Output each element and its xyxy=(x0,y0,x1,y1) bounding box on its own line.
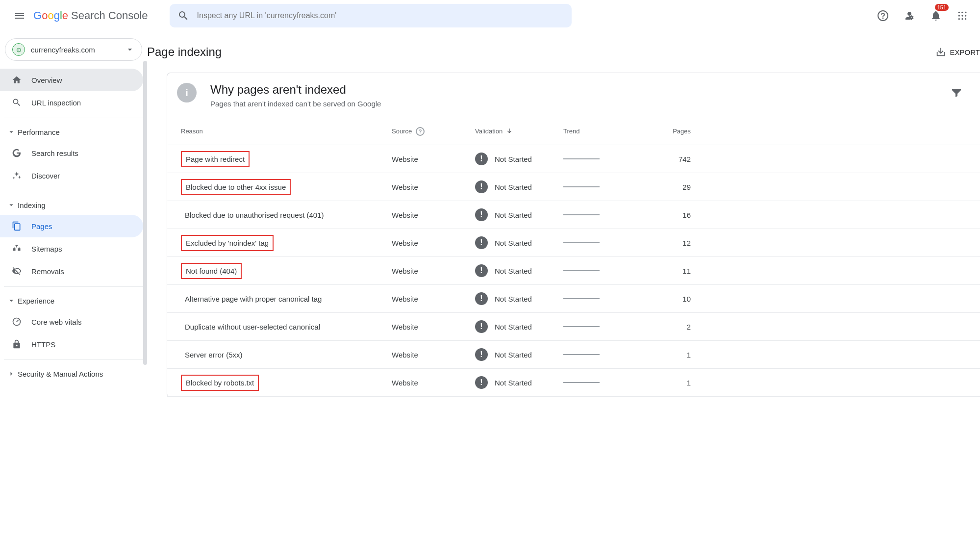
table-row[interactable]: Not found (404)Website!Not Started11 xyxy=(167,257,980,285)
reason-cell: Server error (5xx) xyxy=(181,348,392,362)
exclamation-icon: ! xyxy=(475,376,488,389)
reason-text: Blocked due to other 4xx issue xyxy=(181,179,291,195)
nav-group-label: Performance xyxy=(18,128,60,136)
url-inspect-bar[interactable] xyxy=(170,4,572,27)
col-validation-label: Validation xyxy=(475,128,503,135)
nav-group-indexing[interactable]: Indexing xyxy=(0,195,147,215)
pages-icon xyxy=(11,221,23,231)
filter-button[interactable] xyxy=(947,83,966,102)
nav-discover[interactable]: Discover xyxy=(0,164,143,187)
menu-icon xyxy=(14,10,25,22)
table-row[interactable]: Duplicate without user-selected canonica… xyxy=(167,313,980,341)
arrow-down-icon xyxy=(505,128,513,135)
trend-sparkline xyxy=(563,326,600,327)
col-pages[interactable]: Pages xyxy=(642,128,691,135)
app-header: Google Search Console 151 xyxy=(0,0,980,31)
source-cell: Website xyxy=(392,239,475,247)
pages-cell: 12 xyxy=(642,239,691,247)
help-icon[interactable]: ? xyxy=(416,127,425,136)
table-row[interactable]: Blocked due to unauthorised request (401… xyxy=(167,201,980,229)
validation-text: Not Started xyxy=(495,379,532,387)
card-header: i Why pages aren't indexed Pages that ar… xyxy=(167,73,980,118)
sidebar-scrollbar[interactable] xyxy=(143,61,147,365)
source-cell: Website xyxy=(392,323,475,331)
nav-url-inspection[interactable]: URL inspection xyxy=(0,91,143,114)
validation-text: Not Started xyxy=(495,323,532,331)
table-row[interactable]: Alternative page with proper canonical t… xyxy=(167,285,980,313)
nav-group-security[interactable]: Security & Manual Actions xyxy=(0,364,147,384)
trend-sparkline xyxy=(563,270,600,271)
info-icon: i xyxy=(177,83,197,102)
property-selector[interactable]: ⊙ currencyfreaks.com xyxy=(5,38,142,61)
reason-text: Blocked due to unauthorised request (401… xyxy=(181,208,328,222)
validation-text: Not Started xyxy=(495,351,532,359)
validation-text: Not Started xyxy=(495,155,532,163)
product-logo[interactable]: Google Search Console xyxy=(33,9,148,22)
page-header-row: Page indexing EXPORT xyxy=(147,45,980,73)
table-row[interactable]: Blocked by robots.txtWebsite!Not Started… xyxy=(167,369,980,397)
source-cell: Website xyxy=(392,267,475,275)
nav-core-web-vitals[interactable]: Core web vitals xyxy=(0,310,143,333)
help-button[interactable] xyxy=(873,6,893,26)
not-indexed-card: i Why pages aren't indexed Pages that ar… xyxy=(167,73,980,397)
exclamation-icon: ! xyxy=(475,180,488,193)
exclamation-icon: ! xyxy=(475,153,488,165)
notifications-button[interactable]: 151 xyxy=(926,6,946,26)
table-row[interactable]: Blocked due to other 4xx issueWebsite!No… xyxy=(167,173,980,201)
trend-sparkline xyxy=(563,382,600,383)
col-trend[interactable]: Trend xyxy=(563,128,642,135)
nav-overview[interactable]: Overview xyxy=(0,69,143,91)
validation-text: Not Started xyxy=(495,239,532,247)
property-favicon: ⊙ xyxy=(12,43,25,56)
speedometer-icon xyxy=(11,317,23,327)
source-cell: Website xyxy=(392,295,475,303)
nav-label: Core web vitals xyxy=(31,318,82,326)
validation-cell: !Not Started xyxy=(475,236,563,249)
card-subtitle: Pages that aren't indexed can't be serve… xyxy=(210,100,381,108)
url-inspect-input[interactable] xyxy=(196,11,564,21)
validation-cell: !Not Started xyxy=(475,264,563,277)
product-name: Search Console xyxy=(71,9,148,22)
col-validation[interactable]: Validation xyxy=(475,128,563,135)
apps-button[interactable] xyxy=(953,6,972,26)
sidebar: ⊙ currencyfreaks.com Overview URL inspec… xyxy=(0,31,147,397)
nav-search-results[interactable]: Search results xyxy=(0,142,143,164)
svg-point-6 xyxy=(961,15,963,16)
download-icon xyxy=(935,47,946,57)
trend-cell xyxy=(563,242,642,243)
nav-label: Discover xyxy=(31,172,60,180)
svg-point-8 xyxy=(958,18,960,20)
svg-point-4 xyxy=(965,12,966,13)
table-row[interactable]: Page with redirectWebsite!Not Started742 xyxy=(167,145,980,173)
users-settings-button[interactable] xyxy=(900,6,919,26)
trend-cell xyxy=(563,354,642,355)
table-row[interactable]: Excluded by 'noindex' tagWebsite!Not Sta… xyxy=(167,229,980,257)
nav-removals[interactable]: Removals xyxy=(0,260,143,282)
divider xyxy=(4,286,143,287)
chevron-down-icon xyxy=(125,45,135,54)
hamburger-menu[interactable] xyxy=(8,4,31,27)
sitemap-icon xyxy=(11,244,23,254)
nav-group-performance[interactable]: Performance xyxy=(0,122,147,142)
trend-cell xyxy=(563,158,642,159)
svg-point-7 xyxy=(965,15,966,16)
nav-group-label: Experience xyxy=(18,297,54,305)
table-header: Reason Source ? Validation Trend Pages xyxy=(167,118,980,145)
pages-cell: 1 xyxy=(642,351,691,359)
validation-cell: !Not Started xyxy=(475,180,563,193)
search-icon xyxy=(177,10,189,22)
nav-pages[interactable]: Pages xyxy=(0,215,143,237)
col-reason[interactable]: Reason xyxy=(181,128,392,135)
table-row[interactable]: Server error (5xx)Website!Not Started1 xyxy=(167,341,980,369)
google-wordmark: Google xyxy=(33,9,68,22)
table-body: Page with redirectWebsite!Not Started742… xyxy=(167,145,980,397)
export-button[interactable]: EXPORT xyxy=(935,47,980,57)
nav-label: Pages xyxy=(31,222,52,230)
nav-group-experience[interactable]: Experience xyxy=(0,291,147,310)
trend-cell xyxy=(563,298,642,299)
nav-https[interactable]: HTTPS xyxy=(0,333,143,356)
nav-sitemaps[interactable]: Sitemaps xyxy=(0,237,143,260)
col-source[interactable]: Source ? xyxy=(392,127,475,136)
validation-cell: !Not Started xyxy=(475,153,563,165)
reason-cell: Duplicate without user-selected canonica… xyxy=(181,320,392,334)
